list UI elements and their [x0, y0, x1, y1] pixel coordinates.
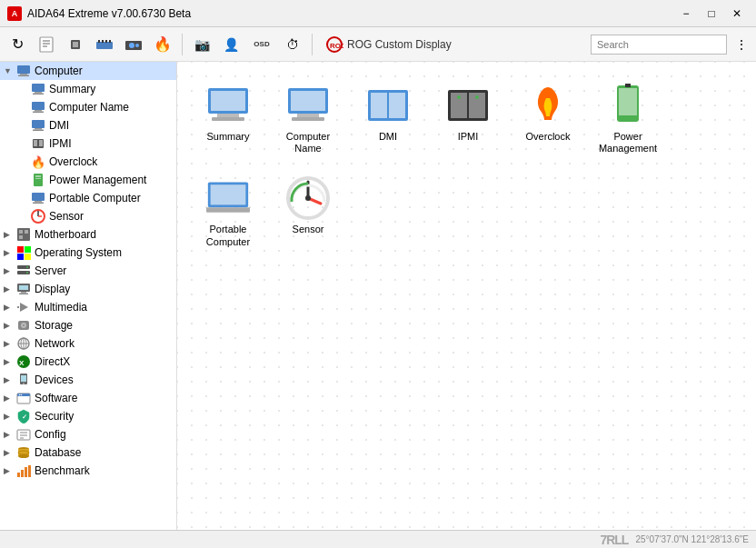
svg-rect-97 [389, 93, 405, 118]
overclock-icon: 🔥 [31, 154, 45, 169]
icon-sensor[interactable]: Sensor [272, 169, 344, 254]
sidebar-item-sensor[interactable]: Sensor [15, 207, 176, 225]
icon-summary[interactable]: Summary [192, 76, 264, 162]
network-icon [16, 336, 31, 351]
svg-rect-30 [39, 140, 43, 146]
svg-rect-21 [33, 94, 44, 95]
toggle-computer[interactable]: ▼ [4, 66, 16, 75]
svg-rect-93 [297, 114, 319, 117]
search-area: ⋮ [591, 31, 752, 58]
svg-point-73 [21, 394, 23, 396]
motherboard-label: Motherboard [35, 228, 96, 241]
svg-rect-46 [17, 254, 24, 260]
gpu-button[interactable] [120, 31, 147, 58]
svg-rect-27 [33, 130, 44, 132]
svg-rect-22 [32, 102, 45, 110]
sidebar-item-computer[interactable]: ▼ Computer [0, 62, 176, 80]
svg-rect-7 [98, 40, 100, 43]
snapshot-button[interactable]: 📷 [188, 31, 215, 58]
timer-button[interactable]: ⏱ [279, 31, 306, 58]
svg-rect-25 [32, 120, 45, 128]
ram-button[interactable] [91, 31, 118, 58]
motherboard-icon [16, 227, 31, 242]
svg-rect-0 [40, 37, 53, 52]
sidebar-item-multimedia[interactable]: ▶ Multimedia [0, 298, 176, 316]
sidebar-item-power-management[interactable]: Power Management [15, 171, 176, 189]
sidebar-item-os[interactable]: ▶ Operating System [0, 244, 176, 262]
osd-button[interactable]: OSD [246, 31, 277, 58]
maximize-button[interactable]: □ [700, 4, 723, 24]
server-label: Server [35, 264, 66, 277]
portable-computer-label: Portable Computer [49, 192, 141, 204]
security-icon: ✓ [16, 409, 31, 423]
sidebar-item-storage[interactable]: ▶ Storage [0, 316, 176, 334]
svg-rect-42 [25, 230, 28, 234]
icon-ipmi[interactable]: IPMI [432, 76, 504, 162]
storage-icon [16, 318, 31, 333]
sidebar: ▼ Computer Summary Computer Name DMI [0, 62, 177, 530]
menu-button[interactable]: ⋮ [731, 31, 752, 58]
sidebar-item-overclock[interactable]: 🔥 Overclock [15, 153, 176, 171]
power-management-label: Power Management [49, 174, 146, 186]
sidebar-item-config[interactable]: ▶ Config [0, 425, 176, 443]
svg-rect-105 [625, 84, 631, 87]
sidebar-item-devices[interactable]: ▶ Devices [0, 371, 176, 389]
svg-rect-85 [25, 467, 27, 477]
sidebar-item-dmi[interactable]: DMI [15, 116, 176, 135]
svg-rect-107 [211, 185, 246, 205]
sidebar-item-benchmark[interactable]: ▶ Benchmark [0, 462, 176, 480]
overclock-button[interactable]: 🔥 [149, 31, 176, 58]
computer-name-icon-label: Computer Name [275, 131, 341, 154]
sidebar-item-portable-computer[interactable]: Portable Computer [15, 189, 176, 207]
watermark: 7RLL 25°07'37.0"N 121°28'13.6"E [600, 533, 749, 547]
display-label: Display [35, 283, 70, 295]
multimedia-label: Multimedia [35, 301, 87, 314]
svg-rect-8 [102, 40, 104, 43]
sidebar-item-ipmi[interactable]: IPMI [15, 135, 176, 153]
sidebar-item-database[interactable]: ▶ Database [0, 443, 176, 462]
svg-point-102 [475, 95, 479, 99]
summary-img [206, 84, 250, 127]
status-bar: 7RLL 25°07'37.0"N 121°28'13.6"E [0, 530, 756, 548]
sidebar-item-motherboard[interactable]: ▶ Motherboard [0, 225, 176, 244]
close-button[interactable]: ✕ [725, 4, 749, 24]
storage-label: Storage [35, 319, 73, 332]
sidebar-item-server[interactable]: ▶ Server [0, 262, 176, 280]
main-layout: ▼ Computer Summary Computer Name DMI [0, 62, 756, 530]
refresh-button[interactable]: ↻ [4, 31, 31, 58]
overclock-label: Overclock [49, 155, 97, 168]
icon-overclock[interactable]: Overclock [512, 76, 584, 162]
sidebar-item-computer-name[interactable]: Computer Name [15, 98, 176, 116]
sidebar-item-summary[interactable]: Summary [15, 80, 176, 98]
svg-rect-16 [17, 65, 30, 74]
computer-name-icon [31, 100, 45, 115]
sidebar-item-display[interactable]: ▶ Display [0, 280, 176, 298]
svg-rect-23 [35, 110, 42, 112]
svg-rect-45 [25, 246, 31, 253]
minimize-button[interactable]: − [674, 4, 698, 24]
svg-point-51 [26, 272, 28, 274]
svg-point-101 [457, 95, 461, 99]
icon-computer-name[interactable]: Computer Name [272, 76, 344, 162]
power-icon [31, 173, 45, 187]
svg-rect-26 [35, 128, 42, 130]
directx-label: DirectX [35, 355, 70, 368]
os-icon [16, 245, 31, 260]
sidebar-item-network[interactable]: ▶ Network [0, 334, 176, 353]
server-icon [16, 264, 31, 278]
sidebar-item-directx[interactable]: ▶ X DirectX [0, 353, 176, 371]
report-button[interactable] [33, 31, 60, 58]
icon-dmi[interactable]: DMI [352, 76, 424, 162]
sidebar-item-software[interactable]: ▶ Software [0, 389, 176, 407]
search-input[interactable] [591, 35, 727, 55]
user-button[interactable]: 👤 [217, 31, 244, 58]
icon-portable-computer[interactable]: Portable Computer [192, 169, 264, 254]
cpu-button[interactable] [62, 31, 89, 58]
svg-rect-83 [17, 473, 20, 477]
sidebar-item-security[interactable]: ▶ ✓ Security [0, 407, 176, 425]
sensor-icon [31, 209, 45, 224]
toolbar: ↻ 🔥 📷 👤 OSD ⏱ ROG ROG Custom Display ⋮ [0, 27, 756, 62]
separator-2 [312, 34, 313, 55]
svg-rect-18 [18, 75, 29, 77]
icon-power-management[interactable]: Power Management [592, 76, 664, 162]
